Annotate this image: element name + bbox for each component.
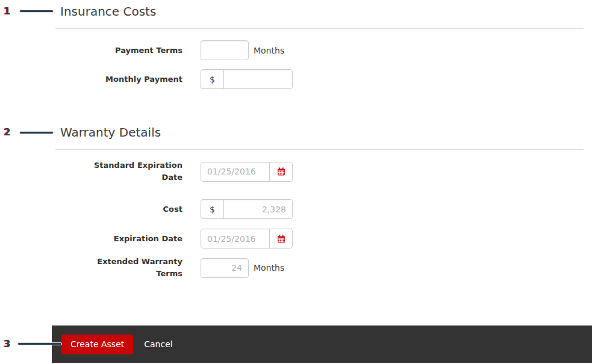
form-row-expiration-date: Expiration Date xyxy=(60,229,584,248)
expiration-date-calendar-button[interactable] xyxy=(269,229,292,248)
callout-line-3 xyxy=(18,343,61,345)
callout-number-3: 3 xyxy=(4,339,10,350)
standard-expiration-date-calendar-button[interactable] xyxy=(269,162,292,181)
create-asset-button[interactable]: Create Asset xyxy=(61,335,133,354)
form-row-payment-terms: Payment Terms Months xyxy=(60,40,584,60)
standard-expiration-date-group xyxy=(201,162,293,182)
standard-expiration-date-input[interactable] xyxy=(201,162,269,181)
section-title-warranty-details: Warranty Details xyxy=(60,126,584,140)
expiration-date-input[interactable] xyxy=(201,229,269,248)
extended-warranty-terms-suffix: Months xyxy=(254,263,284,273)
standard-expiration-date-control xyxy=(201,162,293,182)
callout-number-1: 1 xyxy=(4,6,10,17)
currency-prefix: $ xyxy=(201,70,224,88)
section-title-insurance-costs: Insurance Costs xyxy=(60,5,584,19)
form-action-bar: Create Asset Cancel xyxy=(52,325,592,363)
monthly-payment-input[interactable] xyxy=(224,70,292,88)
calendar-icon xyxy=(277,235,285,243)
cost-group: $ xyxy=(201,199,293,219)
asset-form-page: Insurance Costs Payment Terms Months Mon… xyxy=(0,0,592,364)
callout-line-2 xyxy=(20,132,53,134)
form-row-monthly-payment: Monthly Payment $ xyxy=(60,69,584,89)
expiration-date-group xyxy=(201,229,293,248)
section-divider xyxy=(55,28,584,29)
payment-terms-suffix: Months xyxy=(254,46,284,55)
payment-terms-control: Months xyxy=(201,40,284,60)
calendar-icon xyxy=(277,167,285,176)
form-row-standard-expiration-date: Standard Expiration Date xyxy=(60,159,584,184)
form-content: Insurance Costs Payment Terms Months Mon… xyxy=(60,0,584,280)
monthly-payment-label: Monthly Payment xyxy=(80,73,182,85)
cost-control: $ xyxy=(201,199,293,219)
form-row-cost: Cost $ xyxy=(60,199,584,219)
expiration-date-control xyxy=(201,229,293,248)
currency-prefix: $ xyxy=(201,200,224,218)
cost-label: Cost xyxy=(80,203,182,215)
extended-warranty-terms-label: Extended Warranty Terms xyxy=(80,256,182,280)
payment-terms-input[interactable] xyxy=(201,40,249,60)
section-divider xyxy=(55,149,584,150)
expiration-date-label: Expiration Date xyxy=(80,233,182,245)
monthly-payment-group: $ xyxy=(201,69,293,89)
form-row-extended-warranty-terms: Extended Warranty Terms Months xyxy=(60,256,584,280)
cost-input[interactable] xyxy=(224,200,292,218)
payment-terms-label: Payment Terms xyxy=(80,45,182,57)
standard-expiration-date-label: Standard Expiration Date xyxy=(80,159,182,184)
cancel-link[interactable]: Cancel xyxy=(144,339,172,349)
callout-number-2: 2 xyxy=(4,127,10,138)
extended-warranty-terms-control: Months xyxy=(201,258,284,278)
monthly-payment-control: $ xyxy=(201,69,293,89)
warranty-details-section: Warranty Details Standard Expiration Dat… xyxy=(60,126,584,280)
insurance-costs-section: Insurance Costs Payment Terms Months Mon… xyxy=(60,5,584,89)
callout-line-1 xyxy=(20,10,53,12)
extended-warranty-terms-input[interactable] xyxy=(201,258,249,278)
